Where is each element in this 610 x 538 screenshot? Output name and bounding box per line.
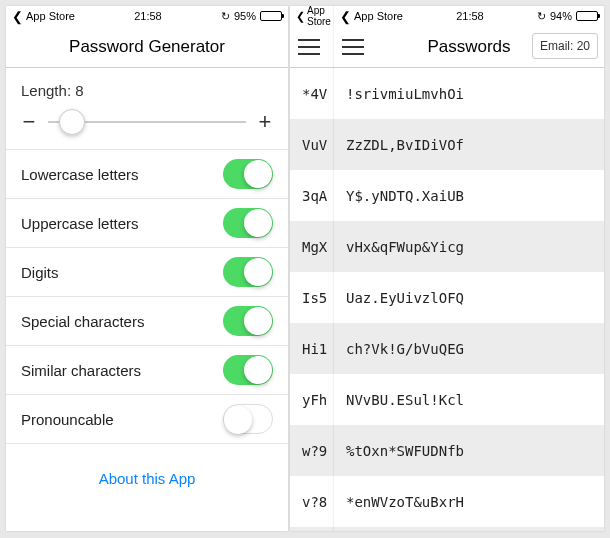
- battery-icon: [260, 11, 282, 21]
- option-row: Digits: [6, 248, 288, 297]
- password-list: !srivmiuLmvhOiZzZDL,BvIDiVOfY$.yNDTQ.Xai…: [334, 68, 604, 531]
- passwords-screen-behind: ❮ App Store *4VVuV3qAMgXIs5Hi1yFhw?9v?8: [290, 6, 334, 531]
- back-label[interactable]: App Store: [307, 6, 331, 27]
- status-bar: ❮ App Store 21:58 ↻ 95%: [6, 6, 288, 26]
- increment-button[interactable]: +: [254, 109, 276, 135]
- toggle-knob: [244, 258, 272, 286]
- option-toggle[interactable]: [223, 355, 273, 385]
- page-title: Password Generator: [69, 37, 225, 57]
- option-row: Lowercase letters: [6, 150, 288, 199]
- length-label: Length: 8: [6, 68, 288, 105]
- option-row: Uppercase letters: [6, 199, 288, 248]
- toggle-knob: [244, 307, 272, 335]
- option-label: Uppercase letters: [21, 215, 139, 232]
- option-row: Similar characters: [6, 346, 288, 395]
- nav-bar: Passwords Email: 20: [334, 26, 604, 68]
- slider-thumb[interactable]: [59, 109, 85, 135]
- toggle-knob: [244, 160, 272, 188]
- list-item[interactable]: ZzZDL,BvIDiVOf: [334, 119, 604, 170]
- option-label: Pronouncable: [21, 411, 114, 428]
- list-item[interactable]: vHx&qFWup&Yicg: [334, 221, 604, 272]
- length-slider[interactable]: − +: [6, 105, 288, 150]
- decrement-button[interactable]: −: [18, 109, 40, 135]
- option-toggle[interactable]: [223, 159, 273, 189]
- slider-track[interactable]: [48, 121, 246, 123]
- option-row: Special characters: [6, 297, 288, 346]
- battery-pct: 94%: [550, 10, 572, 22]
- back-icon[interactable]: ❮: [12, 10, 23, 23]
- refresh-icon: ↻: [221, 10, 230, 23]
- status-bar: ❮ App Store 21:58 ↻ 94%: [334, 6, 604, 26]
- toggle-knob: [244, 356, 272, 384]
- list-item[interactable]: Uaz.EyUivzlOFQ: [334, 272, 604, 323]
- list-item[interactable]: Hi1: [290, 323, 334, 374]
- option-label: Special characters: [21, 313, 144, 330]
- list-item[interactable]: VuV: [290, 119, 334, 170]
- option-row: Pronouncable: [6, 395, 288, 444]
- list-item[interactable]: *4V: [290, 68, 334, 119]
- list-item[interactable]: [290, 527, 334, 531]
- list-item[interactable]: MgX: [290, 221, 334, 272]
- toggle-knob: [244, 209, 272, 237]
- list-item[interactable]: v?8: [290, 476, 334, 527]
- nav-bar: [290, 26, 334, 68]
- options-list: Lowercase lettersUppercase lettersDigits…: [6, 150, 288, 444]
- list-item[interactable]: [334, 527, 604, 531]
- back-label[interactable]: App Store: [354, 10, 403, 22]
- option-label: Similar characters: [21, 362, 141, 379]
- refresh-icon: ↻: [537, 10, 546, 23]
- page-title: Passwords: [427, 37, 510, 57]
- menu-icon[interactable]: [342, 26, 368, 67]
- option-toggle[interactable]: [223, 208, 273, 238]
- generator-screen: ❮ App Store 21:58 ↻ 95% Password Generat…: [6, 6, 288, 531]
- list-item[interactable]: w?9: [290, 425, 334, 476]
- email-button[interactable]: Email: 20: [532, 33, 598, 59]
- list-item[interactable]: ch?Vk!G/bVuQEG: [334, 323, 604, 374]
- menu-icon[interactable]: [298, 26, 324, 67]
- list-item[interactable]: *enWVzoT&uBxrH: [334, 476, 604, 527]
- list-item[interactable]: !srivmiuLmvhOi: [334, 68, 604, 119]
- back-label[interactable]: App Store: [26, 10, 75, 22]
- back-icon[interactable]: ❮: [296, 11, 305, 22]
- battery-icon: [576, 11, 598, 21]
- passwords-screen: ❮ App Store 21:58 ↻ 94% Passwords Email:…: [334, 6, 604, 531]
- status-time: 21:58: [456, 10, 484, 22]
- list-item[interactable]: Is5: [290, 272, 334, 323]
- status-time: 21:58: [134, 10, 162, 22]
- about-link[interactable]: About this App: [6, 444, 288, 513]
- password-list-partial: *4VVuV3qAMgXIs5Hi1yFhw?9v?8: [290, 68, 334, 531]
- list-item[interactable]: 3qA: [290, 170, 334, 221]
- battery-pct: 95%: [234, 10, 256, 22]
- option-toggle[interactable]: [223, 404, 273, 434]
- list-item[interactable]: NVvBU.ESul!Kcl: [334, 374, 604, 425]
- option-toggle[interactable]: [223, 306, 273, 336]
- option-label: Digits: [21, 264, 59, 281]
- status-bar: ❮ App Store: [290, 6, 334, 26]
- option-label: Lowercase letters: [21, 166, 139, 183]
- list-item[interactable]: Y$.yNDTQ.XaiUB: [334, 170, 604, 221]
- nav-bar: Password Generator: [6, 26, 288, 68]
- option-toggle[interactable]: [223, 257, 273, 287]
- back-icon[interactable]: ❮: [340, 10, 351, 23]
- list-item[interactable]: %tOxn*SWFUDNfb: [334, 425, 604, 476]
- toggle-knob: [224, 406, 252, 434]
- list-item[interactable]: yFh: [290, 374, 334, 425]
